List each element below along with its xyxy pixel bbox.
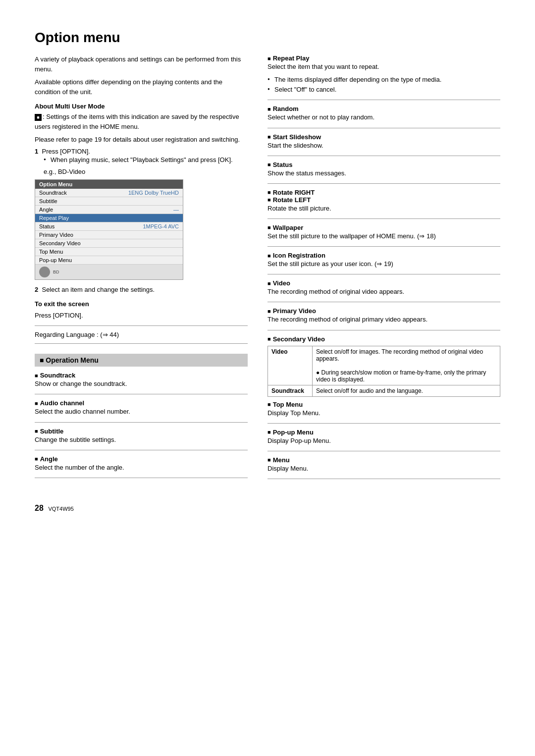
menu-subtitle: Subtitle Change the subtitle settings.: [35, 428, 248, 445]
divider: [268, 246, 500, 247]
divider: [268, 183, 500, 184]
right-item-label: Status: [268, 161, 500, 168]
page-footer: 28 VQT4W95: [35, 504, 500, 513]
menu-item-desc: Select the number of the angle.: [35, 463, 248, 473]
right-item-label: Pop-up Menu: [268, 429, 500, 436]
left-column: A variety of playback operations and set…: [35, 54, 248, 484]
divider: [35, 450, 248, 450]
right-item-desc: Rotate the still picture.: [268, 204, 500, 214]
right-item-bullet: Select "Off" to cancel.: [268, 85, 500, 95]
right-item-desc: Select whether or not to play random.: [268, 112, 500, 122]
right-random: Random Select whether or not to play ran…: [268, 105, 500, 122]
about-multi-text2: Please refer to page 19 for details abou…: [35, 135, 248, 145]
right-item-label: Menu: [268, 456, 500, 464]
divider: [268, 218, 500, 219]
divider: [35, 394, 248, 394]
screenshot-row: Top Menu: [35, 248, 183, 256]
step-2: 2 Select an item and change the settings…: [35, 286, 248, 293]
right-item-label: Icon Registration: [268, 252, 500, 259]
table-cell-header: Video: [268, 346, 313, 385]
right-item-label-rotate-left: Rotate LEFT: [268, 196, 500, 204]
divider: [35, 478, 248, 478]
exit-section: To exit the screen Press [OPTION].: [35, 300, 248, 321]
menu-item-desc: Show or change the soundtrack.: [35, 379, 248, 389]
screenshot-row: Angle—: [35, 206, 183, 214]
secondary-video-table: Video Select on/off for images. The reco…: [268, 346, 500, 397]
divider: [268, 274, 500, 274]
intro-para2: Available options differ depending on th…: [35, 77, 248, 97]
right-rotate: Rotate RIGHT Rotate LEFT Rotate the stil…: [268, 189, 500, 214]
menu-item-label: Angle: [35, 455, 248, 463]
right-secondary-video: Secondary Video Video Select on/off for …: [268, 335, 500, 397]
right-item-label: Video: [268, 279, 500, 287]
step1-eg: e.g., BD-Video: [44, 168, 248, 175]
menu-item-desc: Change the subtitle settings.: [35, 435, 248, 445]
divider: [268, 451, 500, 451]
right-item-label: Top Menu: [268, 401, 500, 408]
right-start-slideshow: Start Slideshow Start the slideshow.: [268, 133, 500, 151]
exit-text: Press [OPTION].: [35, 311, 248, 321]
divider: [35, 422, 248, 423]
right-item-label-rotate-right: Rotate RIGHT: [268, 189, 500, 196]
menu-item-desc: Select the audio channel number.: [35, 407, 248, 417]
menu-angle: Angle Select the number of the angle.: [35, 455, 248, 473]
right-item-desc: The recording method of original video a…: [268, 287, 500, 297]
menu-soundtrack: Soundtrack Show or change the soundtrack…: [35, 372, 248, 389]
table-cell-content: Select on/off for images. The recording …: [313, 346, 500, 385]
step1-label: 1 Press [OPTION].: [35, 148, 248, 155]
step2-label: 2 Select an item and change the settings…: [35, 286, 248, 293]
screenshot-row-highlighted: Repeat Play: [35, 214, 183, 222]
screenshot-row: Status1MPEG-4 AVC: [35, 222, 183, 231]
right-item-desc: Start the slideshow.: [268, 141, 500, 151]
screenshot-row: Primary Video: [35, 231, 183, 239]
right-repeat-play: Repeat Play Select the item that you wan…: [268, 54, 500, 95]
right-item-desc: Select the item that you want to repeat.: [268, 62, 500, 72]
table-row: Soundtrack Select on/off for audio and t…: [268, 385, 500, 396]
screenshot-box: Option Menu Soundtrack1ENG Dolby TrueHD …: [35, 179, 183, 280]
right-item-bullet: The items displayed differ depending on …: [268, 75, 500, 85]
right-video: Video The recording method of original v…: [268, 279, 500, 297]
right-item-label: Primary Video: [268, 307, 500, 315]
right-wallpaper: Wallpaper Set the still picture to the w…: [268, 224, 500, 241]
regarding-lang: Regarding Language : (⇒ 44): [35, 331, 248, 338]
divider: [35, 343, 248, 344]
divider: [268, 128, 500, 128]
right-item-label: Random: [268, 105, 500, 112]
divider: [35, 325, 248, 326]
right-icon-registration: Icon Registration Set the still picture …: [268, 252, 500, 269]
user-icon: ■: [35, 114, 42, 121]
right-item-label: Start Slideshow: [268, 133, 500, 141]
divider: [268, 479, 500, 479]
right-item-desc: Set the still picture to the wallpaper o…: [268, 231, 500, 241]
right-popup-menu: Pop-up Menu Display Pop-up Menu.: [268, 429, 500, 446]
right-item-desc: Display Top Menu.: [268, 408, 500, 418]
screenshot-row: Soundtrack1ENG Dolby TrueHD: [35, 189, 183, 197]
about-multi-section: About Multi User Mode ■: Settings of the…: [35, 103, 248, 145]
table-cell-header: Soundtrack: [268, 385, 313, 396]
menu-item-label: Audio channel: [35, 399, 248, 407]
intro-para1: A variety of playback operations and set…: [35, 54, 248, 74]
right-item-label: Secondary Video: [268, 335, 500, 343]
page-code: VQT4W95: [48, 506, 73, 512]
page-title: Option menu: [35, 30, 500, 46]
about-multi-text1: ■: Settings of the items with this indic…: [35, 112, 248, 132]
operation-menu-heading: Operation Menu: [35, 354, 248, 367]
right-column: Repeat Play Select the item that you wan…: [268, 54, 500, 484]
page-number: 28: [35, 504, 44, 512]
right-primary-video: Primary Video The recording method of or…: [268, 307, 500, 324]
divider: [268, 330, 500, 330]
about-multi-heading: About Multi User Mode: [35, 103, 248, 110]
menu-item-label: Subtitle: [35, 428, 248, 435]
table-row: Video Select on/off for images. The reco…: [268, 346, 500, 385]
screenshot-row: Pop-up Menu: [35, 256, 183, 265]
screenshot-row: Subtitle: [35, 197, 183, 206]
right-status: Status Show the status messages.: [268, 161, 500, 178]
divider: [268, 302, 500, 302]
exit-heading: To exit the screen: [35, 300, 248, 308]
right-item-desc: Set the still picture as your user icon.…: [268, 259, 500, 269]
menu-item-label: Soundtrack: [35, 372, 248, 379]
right-item-desc: The recording method of original primary…: [268, 315, 500, 324]
right-item-label: Repeat Play: [268, 54, 500, 62]
right-item-desc: Display Menu.: [268, 464, 500, 474]
menu-audio-channel: Audio channel Select the audio channel n…: [35, 399, 248, 417]
